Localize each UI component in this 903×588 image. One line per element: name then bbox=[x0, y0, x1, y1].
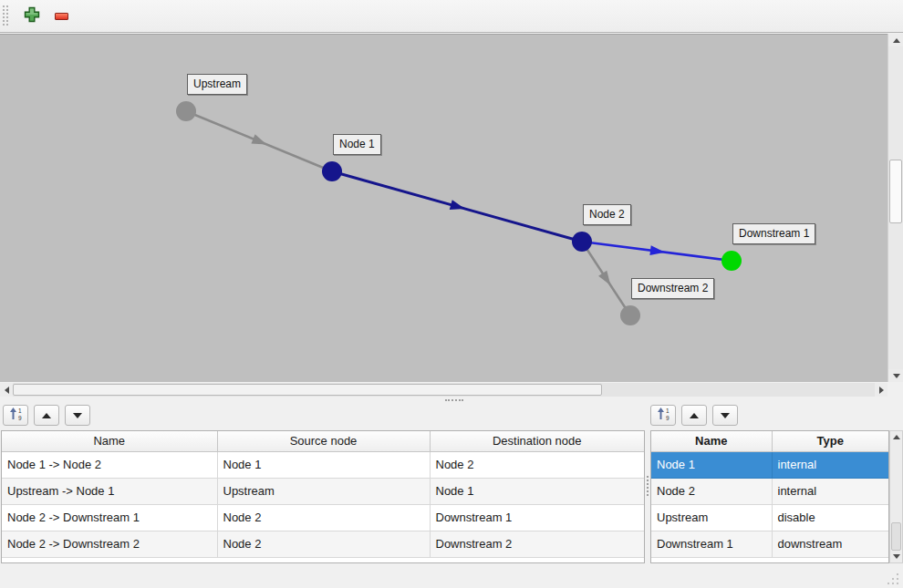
canvas-vertical-scrollbar[interactable] bbox=[887, 34, 903, 382]
table-row[interactable]: Node 1 -> Node 2Node 1Node 2 bbox=[2, 451, 644, 478]
nodes-sort-button[interactable]: 1 9 bbox=[650, 405, 676, 426]
remove-button[interactable] bbox=[49, 5, 73, 28]
edges-sort-button[interactable]: 1 9 bbox=[3, 405, 28, 426]
nodes-table: NameType Node 1internalNode 2internalUps… bbox=[651, 431, 888, 558]
graph-node-node-2[interactable] bbox=[572, 232, 592, 252]
node-label-upstream[interactable]: Upstream bbox=[187, 74, 247, 95]
scroll-up-button[interactable] bbox=[890, 431, 902, 443]
table-cell[interactable]: Upstream bbox=[217, 478, 430, 504]
table-cell[interactable]: internal bbox=[772, 478, 888, 504]
node-label-node-2[interactable]: Node 2 bbox=[583, 204, 631, 225]
graph-node-downstream-2[interactable] bbox=[620, 305, 640, 325]
nodes-panel-toolbar: 1 9 bbox=[650, 405, 743, 427]
table-cell[interactable]: Node 1 bbox=[651, 451, 772, 478]
graph-canvas[interactable]: UpstreamNode 1Node 2Downstream 1Downstre… bbox=[0, 34, 887, 382]
table-cell[interactable]: Downstream 1 bbox=[430, 504, 644, 531]
vertical-scroll-thumb[interactable] bbox=[889, 160, 902, 223]
graph-node-downstream-1[interactable] bbox=[721, 251, 742, 271]
edges-table-header-row: NameSource nodeDestination node bbox=[2, 431, 644, 451]
table-cell[interactable]: Upstream bbox=[651, 504, 772, 531]
table-cell[interactable]: Upstream -> Node 1 bbox=[2, 478, 217, 504]
table-cell[interactable]: Node 2 -> Downstream 2 bbox=[2, 531, 217, 557]
edges-move-up-button[interactable] bbox=[34, 405, 59, 426]
table-row[interactable]: Node 1internal bbox=[651, 451, 888, 478]
table-cell[interactable]: downstream bbox=[772, 531, 888, 557]
node-label-node-1[interactable]: Node 1 bbox=[333, 134, 381, 155]
edges-move-down-button[interactable] bbox=[65, 405, 90, 426]
node-label-downstream-2[interactable]: Downstream 2 bbox=[631, 278, 714, 299]
graph-svg bbox=[0, 35, 887, 382]
svg-text:9: 9 bbox=[666, 415, 669, 421]
nodes-move-up-button[interactable] bbox=[681, 405, 707, 426]
application-window: UpstreamNode 1Node 2Downstream 1Downstre… bbox=[0, 0, 903, 588]
sort-ascending-icon: 1 9 bbox=[9, 407, 23, 424]
svg-text:9: 9 bbox=[18, 415, 22, 421]
table-cell[interactable]: Downstream 1 bbox=[651, 531, 772, 557]
triangle-down-icon bbox=[721, 413, 730, 418]
arrow-right-icon bbox=[879, 387, 884, 394]
table-row[interactable]: Node 2 -> Downstream 2Node 2Downstream 2 bbox=[2, 531, 644, 557]
canvas-horizontal-scrollbar[interactable] bbox=[0, 383, 887, 397]
nodes-table-header-row: NameType bbox=[651, 431, 888, 451]
edges-panel-toolbar: 1 9 bbox=[3, 405, 96, 427]
scroll-down-button[interactable] bbox=[888, 369, 903, 382]
nodes-move-down-button[interactable] bbox=[712, 405, 738, 426]
graph-node-upstream[interactable] bbox=[176, 101, 196, 121]
sort-ascending-icon: 1 9 bbox=[657, 407, 670, 424]
table-cell[interactable]: Node 1 -> Node 2 bbox=[2, 451, 217, 478]
column-header-name[interactable]: Name bbox=[651, 431, 772, 451]
table-cell[interactable]: disable bbox=[772, 504, 888, 531]
table-cell[interactable]: Node 2 -> Downstream 1 bbox=[2, 504, 217, 531]
table-row[interactable]: Upstreamdisable bbox=[651, 504, 888, 531]
edge-arrow-icon bbox=[450, 200, 466, 213]
table-cell[interactable]: Node 1 bbox=[430, 478, 644, 504]
horizontal-scroll-thumb[interactable] bbox=[13, 384, 602, 396]
graph-node-node-1[interactable] bbox=[322, 161, 342, 181]
arrow-down-icon bbox=[893, 554, 900, 559]
column-header-type[interactable]: Type bbox=[772, 431, 888, 451]
svg-text:1: 1 bbox=[18, 407, 22, 414]
scroll-left-button[interactable] bbox=[0, 383, 13, 397]
table-cell[interactable]: Node 2 bbox=[217, 504, 430, 531]
table-cell[interactable]: Node 2 bbox=[651, 478, 772, 504]
triangle-up-icon bbox=[42, 413, 51, 418]
arrow-up-icon bbox=[893, 435, 900, 439]
scroll-right-button[interactable] bbox=[875, 383, 887, 397]
edges-table: NameSource nodeDestination node Node 1 -… bbox=[2, 431, 644, 558]
arrow-left-icon bbox=[5, 387, 9, 394]
node-label-downstream-1[interactable]: Downstream 1 bbox=[732, 223, 815, 244]
table-cell[interactable]: Downstream 2 bbox=[430, 531, 644, 557]
table-row[interactable]: Node 2internal bbox=[651, 478, 888, 504]
edge-arrow-icon bbox=[251, 134, 268, 149]
edge-arrow-icon bbox=[598, 271, 615, 288]
arrow-down-icon bbox=[893, 374, 900, 378]
toolbar-drag-handle[interactable] bbox=[3, 5, 12, 27]
plus-icon bbox=[24, 6, 40, 26]
horizontal-splitter-handle[interactable] bbox=[0, 397, 903, 404]
arrow-up-icon bbox=[893, 38, 900, 43]
table-cell[interactable]: internal bbox=[772, 451, 888, 478]
svg-text:1: 1 bbox=[666, 407, 669, 414]
table-row[interactable]: Downstream 1downstream bbox=[651, 531, 888, 557]
scroll-down-button[interactable] bbox=[890, 551, 902, 562]
triangle-down-icon bbox=[73, 413, 82, 418]
resize-grip[interactable] bbox=[886, 572, 898, 584]
table-row[interactable]: Node 2 -> Downstream 1Node 2Downstream 1 bbox=[2, 504, 644, 531]
add-button[interactable] bbox=[20, 5, 44, 28]
column-header-source-node[interactable]: Source node bbox=[217, 431, 430, 451]
scroll-up-button[interactable] bbox=[888, 34, 903, 46]
main-toolbar bbox=[0, 0, 903, 33]
edges-table-container: NameSource nodeDestination node Node 1 -… bbox=[1, 430, 645, 563]
nodes-table-scrollbar[interactable] bbox=[889, 430, 903, 563]
table-scroll-thumb[interactable] bbox=[891, 522, 901, 551]
nodes-table-container: NameType Node 1internalNode 2internalUps… bbox=[650, 430, 889, 563]
column-header-destination-node[interactable]: Destination node bbox=[430, 431, 644, 451]
triangle-up-icon bbox=[690, 413, 699, 418]
table-cell[interactable]: Node 2 bbox=[430, 451, 644, 478]
column-header-name[interactable]: Name bbox=[2, 431, 217, 451]
table-row[interactable]: Upstream -> Node 1UpstreamNode 1 bbox=[2, 478, 644, 504]
minus-icon bbox=[55, 13, 68, 20]
table-cell[interactable]: Node 2 bbox=[217, 531, 430, 557]
table-cell[interactable]: Node 1 bbox=[217, 451, 430, 478]
